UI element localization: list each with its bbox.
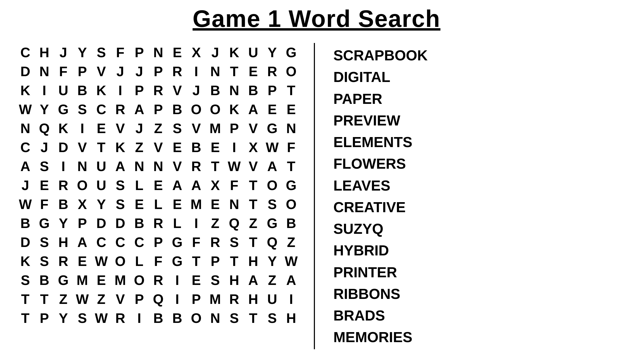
grid-cell-2-5: I: [111, 81, 130, 100]
grid-cell-5-9: B: [187, 138, 206, 157]
grid-cell-1-10: N: [206, 62, 225, 81]
grid-cell-2-13: P: [263, 81, 282, 100]
grid-cell-13-0: T: [16, 290, 35, 309]
grid-cell-2-8: V: [168, 81, 187, 100]
grid-cell-1-13: R: [263, 62, 282, 81]
grid-cell-13-6: P: [130, 290, 149, 309]
grid-cell-10-5: C: [111, 233, 130, 252]
page-title: Game 1 Word Search: [193, 5, 440, 32]
grid-cell-12-14: A: [282, 271, 301, 290]
grid-cell-10-13: Q: [263, 233, 282, 252]
grid-cell-8-6: E: [130, 195, 149, 214]
grid-cell-1-0: D: [16, 62, 35, 81]
word-list-section: SCRAPBOOKDIGITALPAPERPREVIEWELEMENTSFLOW…: [323, 43, 617, 349]
grid-cell-11-6: L: [130, 252, 149, 271]
grid-cell-13-4: Z: [92, 290, 111, 309]
grid-cell-13-11: R: [225, 290, 244, 309]
grid-cell-2-4: K: [92, 81, 111, 100]
grid-cell-14-7: B: [149, 309, 168, 328]
grid-cell-0-2: J: [54, 43, 73, 62]
grid-cell-3-4: C: [92, 100, 111, 119]
grid-cell-13-12: H: [244, 290, 263, 309]
grid-cell-8-14: O: [282, 195, 301, 214]
grid-cell-8-9: M: [187, 195, 206, 214]
grid-cell-8-13: S: [263, 195, 282, 214]
grid-cell-5-2: D: [54, 138, 73, 157]
grid-cell-0-12: U: [244, 43, 263, 62]
grid-cell-4-3: I: [73, 119, 92, 138]
grid-row: CHJYSFPNEXJKUYG: [16, 43, 301, 62]
grid-cell-0-11: K: [225, 43, 244, 62]
word-item-0: SCRAPBOOK: [333, 46, 617, 65]
grid-cell-1-1: N: [35, 62, 54, 81]
grid-cell-2-14: T: [282, 81, 301, 100]
grid-cell-0-14: G: [282, 43, 301, 62]
grid-cell-9-1: G: [35, 214, 54, 233]
word-item-2: PAPER: [333, 89, 617, 109]
vertical-divider: [314, 43, 315, 349]
grid-cell-0-0: C: [16, 43, 35, 62]
grid-cell-8-5: S: [111, 195, 130, 214]
grid-cell-7-13: O: [263, 176, 282, 195]
grid-cell-4-6: J: [130, 119, 149, 138]
grid-cell-12-2: G: [54, 271, 73, 290]
grid-cell-8-8: E: [168, 195, 187, 214]
grid-cell-11-3: E: [73, 252, 92, 271]
word-item-8: SUZYQ: [333, 219, 617, 239]
grid-cell-14-11: S: [225, 309, 244, 328]
grid-cell-5-4: T: [92, 138, 111, 157]
grid-cell-3-3: S: [73, 100, 92, 119]
grid-cell-14-5: R: [111, 309, 130, 328]
grid-cell-13-8: I: [168, 290, 187, 309]
grid-cell-9-3: P: [73, 214, 92, 233]
grid-cell-4-1: Q: [35, 119, 54, 138]
grid-cell-1-8: R: [168, 62, 187, 81]
grid-cell-2-3: B: [73, 81, 92, 100]
grid-cell-1-14: O: [282, 62, 301, 81]
grid-cell-14-14: H: [282, 309, 301, 328]
grid-cell-3-5: R: [111, 100, 130, 119]
grid-cell-5-0: C: [16, 138, 35, 157]
grid-cell-10-0: D: [16, 233, 35, 252]
grid-cell-5-8: E: [168, 138, 187, 157]
grid-cell-5-11: I: [225, 138, 244, 157]
grid-cell-6-0: A: [16, 157, 35, 176]
grid-cell-12-12: A: [244, 271, 263, 290]
grid-cell-10-9: F: [187, 233, 206, 252]
grid-cell-10-3: A: [73, 233, 92, 252]
grid-cell-7-11: F: [225, 176, 244, 195]
grid-cell-7-10: X: [206, 176, 225, 195]
grid-cell-12-7: R: [149, 271, 168, 290]
grid-cell-13-1: T: [35, 290, 54, 309]
grid-cell-11-11: T: [225, 252, 244, 271]
grid-cell-1-6: J: [130, 62, 149, 81]
grid-row: JEROUSLEAAXFTOG: [16, 176, 301, 195]
grid-cell-11-12: H: [244, 252, 263, 271]
grid-cell-9-4: D: [92, 214, 111, 233]
grid-cell-12-6: O: [130, 271, 149, 290]
grid-cell-9-9: I: [187, 214, 206, 233]
grid-cell-6-14: T: [282, 157, 301, 176]
grid-cell-6-9: R: [187, 157, 206, 176]
word-item-9: HYBRID: [333, 241, 617, 260]
grid-cell-9-7: R: [149, 214, 168, 233]
grid-cell-6-5: A: [111, 157, 130, 176]
grid-cell-5-12: X: [244, 138, 263, 157]
grid-cell-13-5: V: [111, 290, 130, 309]
grid-row: TPYSWRIBBONSTSH: [16, 309, 301, 328]
grid-cell-5-5: K: [111, 138, 130, 157]
grid-cell-8-12: T: [244, 195, 263, 214]
grid-cell-7-12: T: [244, 176, 263, 195]
grid-cell-11-0: K: [16, 252, 35, 271]
grid-cell-0-3: Y: [73, 43, 92, 62]
grid-cell-2-0: K: [16, 81, 35, 100]
grid-cell-3-13: E: [263, 100, 282, 119]
grid-cell-3-1: Y: [35, 100, 54, 119]
grid-cell-4-12: V: [244, 119, 263, 138]
grid-cell-2-6: P: [130, 81, 149, 100]
grid-cell-6-6: N: [130, 157, 149, 176]
grid-cell-8-2: B: [54, 195, 73, 214]
grid-cell-0-5: F: [111, 43, 130, 62]
grid-cell-8-11: N: [225, 195, 244, 214]
grid-row: ASINUANNVRTWVAT: [16, 157, 301, 176]
